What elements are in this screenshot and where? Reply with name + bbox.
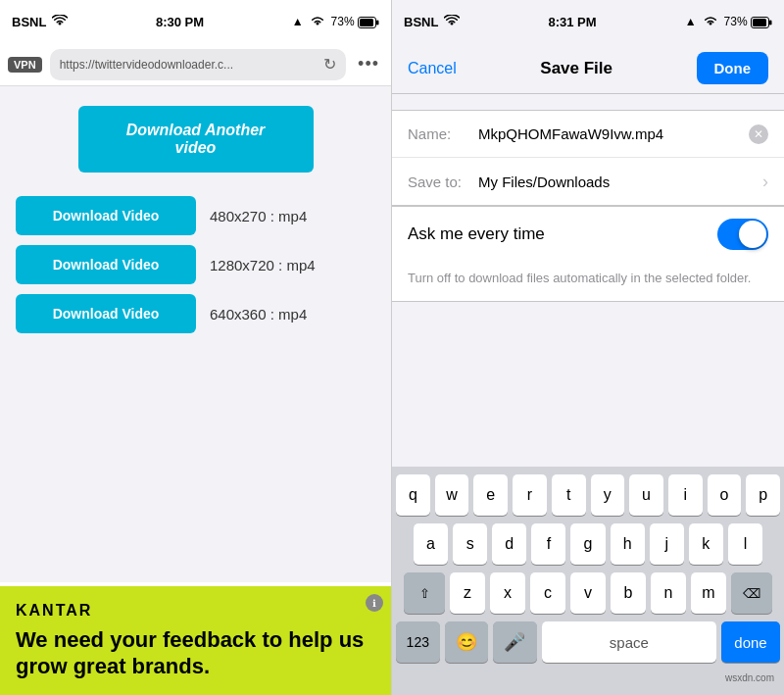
save-to-value: My Files/Downloads — [478, 174, 762, 190]
svg-rect-2 — [376, 20, 379, 25]
download-video-button-2[interactable]: Download Video — [16, 245, 196, 284]
ad-info-icon[interactable]: ℹ — [366, 594, 383, 612]
nav-arrow-right: ▲ — [685, 15, 697, 28]
clear-name-button[interactable]: ✕ — [749, 124, 768, 144]
time-left: 8:30 PM — [156, 15, 204, 29]
key-s[interactable]: s — [453, 523, 487, 565]
key-l[interactable]: l — [728, 523, 762, 565]
key-j[interactable]: j — [650, 523, 684, 565]
left-status-bar: BSNL 8:30 PM ▲ 73% — [0, 0, 391, 43]
key-y[interactable]: y — [591, 474, 625, 516]
video-option-row-3: Download Video 640x360 : mp4 — [16, 294, 375, 333]
video-option-row-1: Download Video 480x270 : mp4 — [16, 196, 375, 235]
battery-right: 73% — [724, 15, 772, 28]
toggle-section: Ask me every time Turn off to download f… — [392, 206, 784, 302]
ask-every-time-toggle[interactable] — [717, 219, 768, 250]
download-video-button-3[interactable]: Download Video — [16, 294, 196, 333]
name-value[interactable]: MkpQHOMFawaW9Ivw.mp4 — [478, 125, 749, 142]
key-r[interactable]: r — [513, 474, 547, 516]
ad-banner: ℹ KANTAR We need your feedback to help u… — [0, 586, 391, 695]
carrier-left: BSNL — [12, 15, 46, 29]
left-panel: BSNL 8:30 PM ▲ 73% — [0, 0, 392, 695]
battery-left: 73% — [331, 15, 379, 28]
key-x[interactable]: x — [490, 572, 525, 614]
save-to-row[interactable]: Save to: My Files/Downloads › — [392, 158, 784, 205]
wifi-icon-right2 — [703, 15, 718, 29]
space-key[interactable]: space — [542, 621, 716, 663]
emoji-key[interactable]: 😊 — [445, 621, 489, 663]
keyboard-row-1: q w e r t y u i o p — [396, 474, 780, 516]
save-file-title: Save File — [540, 59, 612, 78]
key-g[interactable]: g — [570, 523, 605, 565]
key-o[interactable]: o — [708, 474, 742, 516]
ad-headline: We need your feedback to help us grow gr… — [16, 627, 375, 679]
done-button[interactable]: Done — [697, 52, 769, 84]
url-bar[interactable]: https://twittervideodownloader.c... ↻ — [50, 49, 346, 80]
key-e[interactable]: e — [473, 474, 508, 516]
keyboard-row-4: 123 😊 🎤 space done — [396, 621, 780, 663]
svg-rect-5 — [769, 20, 772, 25]
key-f[interactable]: f — [531, 523, 565, 565]
keyboard-row-3: ⇧ z x c v b n m ⌫ — [396, 572, 780, 614]
key-n[interactable]: n — [651, 572, 686, 614]
watermark: wsxdn.com — [396, 670, 780, 683]
keyboard-row-2: a s d f g h j k l — [396, 523, 780, 565]
key-u[interactable]: u — [629, 474, 663, 516]
video-quality-2: 1280x720 : mp4 — [210, 257, 316, 273]
name-label: Name: — [408, 125, 478, 142]
download-video-button-1[interactable]: Download Video — [16, 196, 196, 235]
numbers-key[interactable]: 123 — [396, 621, 440, 663]
chevron-right-icon: › — [762, 172, 768, 192]
toggle-description: Turn off to download files automatically… — [392, 262, 784, 301]
wifi-icon-left — [52, 15, 68, 29]
key-k[interactable]: k — [689, 523, 723, 565]
wifi-icon-left2 — [310, 15, 325, 29]
save-to-label: Save to: — [408, 174, 478, 190]
video-quality-1: 480x270 : mp4 — [210, 208, 307, 224]
cancel-button[interactable]: Cancel — [408, 60, 457, 77]
key-b[interactable]: b — [611, 572, 646, 614]
video-options-list: Download Video 480x270 : mp4 Download Vi… — [16, 196, 375, 333]
toggle-row: Ask me every time — [392, 207, 784, 262]
key-t[interactable]: t — [552, 474, 586, 516]
browser-bar: VPN https://twittervideodownloader.c... … — [0, 43, 391, 86]
time-right: 8:31 PM — [548, 15, 596, 29]
form-section: Name: MkpQHOMFawaW9Ivw.mp4 ✕ Save to: My… — [392, 110, 784, 206]
keyboard-done-key[interactable]: done — [721, 621, 780, 663]
right-panel: BSNL 8:31 PM ▲ 73% — [392, 0, 784, 695]
keyboard-area: q w e r t y u i o p a s d f g h j k l ⇧ … — [392, 467, 784, 695]
save-file-header: Cancel Save File Done — [392, 43, 784, 94]
svg-rect-1 — [360, 19, 373, 26]
key-p[interactable]: p — [746, 474, 780, 516]
key-w[interactable]: w — [435, 474, 469, 516]
browser-content: Download Another video Download Video 48… — [0, 86, 391, 695]
shift-key[interactable]: ⇧ — [404, 572, 445, 614]
key-v[interactable]: v — [570, 572, 606, 614]
more-options-btn[interactable]: ••• — [354, 54, 383, 74]
key-h[interactable]: h — [611, 523, 645, 565]
svg-rect-4 — [753, 19, 766, 26]
key-a[interactable]: a — [414, 523, 448, 565]
refresh-icon[interactable]: ↻ — [323, 55, 336, 74]
key-c[interactable]: c — [530, 572, 565, 614]
web-page-area: Download Another video Download Video 48… — [0, 86, 391, 582]
microphone-key[interactable]: 🎤 — [493, 621, 537, 663]
key-z[interactable]: z — [450, 572, 485, 614]
toggle-label: Ask me every time — [408, 224, 545, 244]
video-option-row-2: Download Video 1280x720 : mp4 — [16, 245, 375, 284]
name-row: Name: MkpQHOMFawaW9Ivw.mp4 ✕ — [392, 111, 784, 158]
download-another-button[interactable]: Download Another video — [78, 106, 314, 173]
ad-brand: KANTAR — [16, 602, 375, 620]
key-i[interactable]: i — [668, 474, 703, 516]
toggle-knob — [739, 221, 766, 248]
vpn-badge: VPN — [8, 57, 42, 73]
carrier-right: BSNL — [404, 15, 438, 29]
nav-arrow-left: ▲ — [292, 15, 304, 28]
key-d[interactable]: d — [492, 523, 526, 565]
backspace-key[interactable]: ⌫ — [731, 572, 772, 614]
key-m[interactable]: m — [691, 572, 726, 614]
right-status-bar: BSNL 8:31 PM ▲ 73% — [392, 0, 784, 43]
video-quality-3: 640x360 : mp4 — [210, 306, 307, 323]
key-q[interactable]: q — [396, 474, 430, 516]
wifi-icon-right — [444, 15, 460, 29]
